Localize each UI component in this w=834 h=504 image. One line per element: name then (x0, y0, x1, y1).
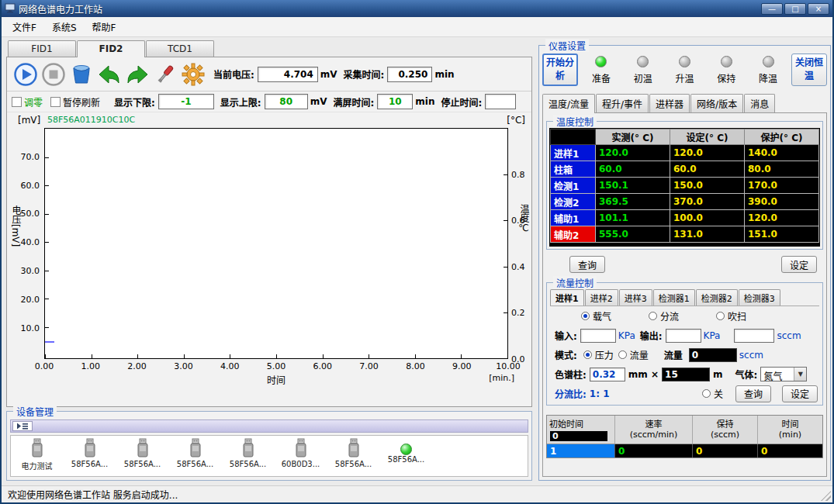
instrument-settings-panel: 仪器设置 开始分析 准备初温升温保持降温 关闭恒温 温度/流量程升/事件进样器网… (538, 45, 831, 481)
x-axis-ticks: 0.001.002.003.004.005.006.007.008.009.00… (44, 361, 508, 371)
device-serial-text: 58F56A011910C10C (47, 115, 135, 125)
program-row[interactable]: 1 0 0 0 (547, 444, 822, 457)
flow-tab-2[interactable]: 进样2 (585, 289, 618, 306)
zero-label: 调零 (24, 95, 43, 109)
settings-gear-button[interactable] (179, 60, 207, 88)
stage-item-4[interactable]: 保持 (708, 56, 744, 85)
usb-device-icon (188, 438, 203, 460)
gas-type-radios: 载气分流吹扫 (550, 306, 819, 326)
maximize-button[interactable]: □ (784, 3, 806, 15)
stage-item-3[interactable]: 升温 (666, 56, 702, 85)
mode-radio-1[interactable]: 压力 (583, 348, 614, 361)
settings-tab-1[interactable]: 温度/流量 (542, 94, 595, 113)
lower-limit-field[interactable]: -1 (158, 94, 214, 109)
right-axis-corner-unit: [°C] (507, 115, 525, 126)
temp-set-button[interactable]: 设定 (781, 256, 817, 273)
settings-tab-2[interactable]: 程升/事件 (596, 94, 649, 112)
x-tick-label: 2.00 (127, 361, 147, 371)
aux-flow-field[interactable] (734, 329, 774, 343)
device-item-1[interactable]: 电力测试 (16, 438, 58, 471)
plot-area[interactable] (44, 128, 508, 359)
output-pressure-label: 输出: (640, 329, 663, 342)
close-button[interactable]: × (808, 3, 829, 15)
flow-setpoint-field[interactable]: 0 (689, 348, 737, 362)
minimize-button[interactable]: — (761, 3, 783, 15)
detector-panel: FID1FID2TCD1 当前电压: 4.704 mV 采集时间: 0.250 … (6, 40, 532, 407)
resize-grip[interactable] (821, 491, 831, 501)
column-length-field[interactable]: 15 (662, 368, 710, 381)
device-item-4[interactable]: 58F56A... (174, 438, 216, 468)
stage-item-2[interactable]: 初温 (625, 56, 661, 85)
pressure-row: 输入: KPa 输出: KPa sccm (550, 326, 819, 345)
stop-time-field[interactable] (485, 94, 516, 109)
column-diameter-field[interactable]: 0.32 (590, 368, 625, 381)
gas-radio-3[interactable]: 吹扫 (716, 309, 746, 323)
y2-tick-mark (504, 312, 507, 313)
device-item-3[interactable]: 58F56A... (121, 438, 164, 468)
device-item-7[interactable]: 58F56A... (332, 438, 375, 468)
split-off-radio[interactable]: 关 (702, 387, 723, 400)
gas-radio-2[interactable]: 分流 (649, 309, 679, 323)
device-item-8[interactable]: 58F56A... (385, 438, 427, 464)
zone-name: 辅助2 (551, 226, 596, 243)
flow-tab-3[interactable]: 进样3 (619, 289, 652, 306)
device-item-5[interactable]: 58F56A... (227, 438, 269, 468)
input-pressure-field[interactable] (580, 329, 616, 343)
flow-set-button[interactable]: 设定 (782, 385, 818, 402)
calibration-tool-button[interactable] (151, 60, 179, 88)
current-voltage-field[interactable]: 4.704 (258, 67, 318, 82)
flow-tab-5[interactable]: 检测器2 (696, 289, 738, 306)
chevron-down-icon[interactable]: ▼ (794, 368, 806, 381)
radio-icon (702, 389, 711, 398)
usb-device-icon (241, 438, 256, 460)
flow-tab-6[interactable]: 检测器3 (739, 289, 780, 306)
upper-limit-field[interactable]: 80 (265, 94, 308, 109)
acquisition-time-field[interactable]: 0.250 (387, 67, 432, 82)
device-item-2[interactable]: 58F56A... (68, 438, 111, 468)
detector-tab-fid2[interactable]: FID2 (77, 40, 145, 57)
lower-limit-label: 显示下限: (114, 95, 155, 109)
temp-zone-row: 辅助1101.1100.0120.0 (551, 210, 819, 226)
fullscreen-time-field[interactable]: 10 (377, 94, 413, 109)
led-off-icon (637, 56, 649, 67)
settings-tab-5[interactable]: 消息 (744, 94, 775, 112)
settings-tab-4[interactable]: 网络/版本 (690, 94, 743, 112)
zero-checkbox[interactable] (12, 97, 22, 107)
close-isothermal-button[interactable]: 关闭恒温 (791, 54, 827, 86)
gas-select[interactable]: 氮气 ▼ (760, 367, 807, 381)
flow-query-button[interactable]: 查询 (735, 385, 771, 402)
back-arrow-button[interactable] (95, 60, 123, 88)
mode-radios: 压力流量 (583, 348, 653, 361)
detector-tab-tcd1[interactable]: TCD1 (146, 40, 214, 57)
flow-tab-1[interactable]: 进样1 (550, 289, 584, 306)
x-tick-mark (230, 354, 230, 358)
menu-item-2[interactable]: 系统S (44, 17, 85, 36)
settings-tab-3[interactable]: 进样器 (649, 94, 690, 112)
stop-acquisition-button[interactable] (40, 60, 67, 88)
zone-actual-temp: 101.1 (596, 210, 670, 226)
device-list-icon[interactable] (12, 421, 33, 431)
gas-radio-1[interactable]: 载气 (581, 309, 611, 323)
menu-item-1[interactable]: 文件F (5, 17, 44, 36)
initial-time-field[interactable]: 0 (550, 431, 607, 441)
menu-item-3[interactable]: 帮助F (85, 17, 124, 36)
clear-data-button[interactable] (67, 60, 95, 88)
start-analysis-button[interactable]: 开始分析 (542, 54, 578, 86)
temp-query-button[interactable]: 查询 (569, 256, 605, 273)
output-pressure-field[interactable] (666, 329, 701, 343)
y2-axis-title: 温度℃ (517, 204, 531, 233)
mode-radio-2[interactable]: 流量 (618, 348, 649, 361)
zone-actual-temp: 120.0 (596, 145, 670, 161)
detector-tab-fid1[interactable]: FID1 (8, 40, 76, 57)
stage-item-5[interactable]: 降温 (750, 56, 786, 85)
y-tick-label: 40.0 (21, 237, 40, 247)
pause-refresh-checkbox[interactable] (50, 97, 61, 107)
aux-flow-unit: sccm (777, 330, 801, 341)
stage-item-1[interactable]: 准备 (583, 56, 619, 85)
flow-tab-4[interactable]: 检测器1 (653, 289, 695, 306)
acquisition-time-unit: min (434, 69, 454, 80)
start-acquisition-button[interactable] (12, 60, 40, 88)
device-item-6[interactable]: 60B0D3... (279, 438, 322, 468)
program-step-number: 1 (547, 444, 615, 457)
forward-arrow-button[interactable] (123, 60, 151, 88)
